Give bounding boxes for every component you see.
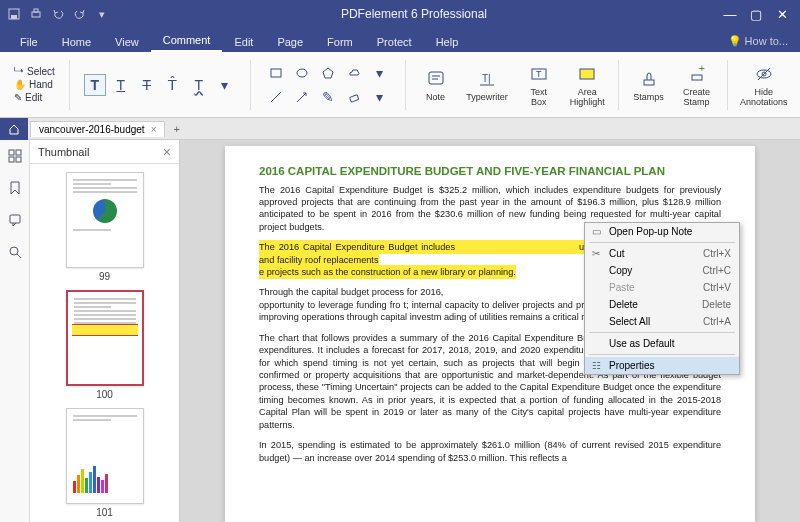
strikethrough-tool[interactable]: T	[136, 74, 158, 96]
svg-rect-17	[580, 69, 594, 79]
ctx-select-all[interactable]: Select AllCtrl+A	[585, 313, 739, 330]
squiggly-tool[interactable]: T	[188, 74, 210, 96]
menu-form[interactable]: Form	[315, 32, 365, 52]
thumbnail-101[interactable]: 101	[66, 408, 144, 518]
svg-rect-10	[429, 72, 443, 84]
minimize-button[interactable]: —	[718, 4, 742, 24]
pencil-tool-icon[interactable]: ✎	[317, 86, 339, 108]
menu-home[interactable]: Home	[50, 32, 103, 52]
svg-rect-3	[34, 9, 38, 12]
svg-rect-2	[32, 12, 40, 17]
thumbnail-panel-title: Thumbnail	[38, 146, 89, 158]
search-panel-icon[interactable]	[5, 242, 25, 262]
ctx-cut[interactable]: ✂CutCtrl+X	[585, 245, 739, 262]
tab-close-icon[interactable]: ×	[151, 124, 157, 135]
ctx-copy[interactable]: CopyCtrl+C	[585, 262, 739, 279]
app-title: PDFelement 6 Professional	[110, 7, 718, 21]
hide-annotations-button[interactable]: Hide Annotations	[735, 60, 792, 110]
menu-comment[interactable]: Comment	[151, 30, 223, 52]
add-tab-button[interactable]: +	[165, 123, 187, 135]
ctx-properties[interactable]: ☷Properties	[585, 357, 739, 374]
underline-tool[interactable]: T	[110, 74, 132, 96]
ctx-use-as-default[interactable]: Use as Default	[585, 335, 739, 352]
highlight-tool[interactable]: T	[84, 74, 106, 96]
tab-label: vancouver-2016-budget	[39, 124, 145, 135]
print-icon[interactable]	[28, 6, 44, 22]
ribbon: ⮡Select ✋Hand ✎Edit T T T T̂ T ▾ ▾ ✎ ▾	[0, 52, 800, 118]
svg-rect-26	[9, 157, 14, 162]
thumbnail-panel-icon[interactable]	[5, 146, 25, 166]
howto-link[interactable]: 💡 How to...	[716, 31, 800, 52]
text-dropdown[interactable]: ▾	[214, 74, 236, 96]
note-small-icon: ▭	[589, 226, 603, 237]
cursor-icon: ⮡	[14, 66, 24, 77]
maximize-button[interactable]: ▢	[744, 4, 768, 24]
shape-polygon-icon[interactable]	[317, 62, 339, 84]
select-tool[interactable]: ⮡Select	[14, 66, 55, 77]
textbox-icon: T	[527, 62, 551, 86]
typewriter-button[interactable]: T| Typewriter	[462, 65, 513, 105]
shape-dropdown[interactable]: ▾	[369, 62, 391, 84]
note-icon	[424, 67, 448, 91]
menu-edit[interactable]: Edit	[222, 32, 265, 52]
arrow-tool-icon[interactable]	[291, 86, 313, 108]
svg-rect-18	[644, 80, 654, 85]
titlebar: ▾ PDFelement 6 Professional — ▢ ✕	[0, 0, 800, 28]
svg-rect-19	[692, 75, 702, 80]
window-controls: — ▢ ✕	[718, 4, 794, 24]
paragraph: In 2015, spending is estimated to be app…	[259, 439, 721, 464]
menu-file[interactable]: File	[8, 32, 50, 52]
ctx-delete[interactable]: DeleteDelete	[585, 296, 739, 313]
svg-point-5	[297, 69, 307, 77]
caret-tool[interactable]: T̂	[162, 74, 184, 96]
document-view[interactable]: 2016 CAPITAL EXPENDITURE BUDGET AND FIVE…	[180, 140, 800, 522]
area-highlight-button[interactable]: Area Highlight	[565, 60, 610, 110]
typewriter-icon: T|	[475, 67, 499, 91]
undo-icon[interactable]	[50, 6, 66, 22]
line-dropdown[interactable]: ▾	[369, 86, 391, 108]
svg-rect-9	[349, 94, 358, 101]
menu-page[interactable]: Page	[265, 32, 315, 52]
thumbnail-panel-close-icon[interactable]: ×	[163, 144, 171, 160]
svg-rect-24	[9, 150, 14, 155]
document-tab[interactable]: vancouver-2016-budget ×	[30, 121, 165, 137]
ctx-paste[interactable]: PasteCtrl+V	[585, 279, 739, 296]
bar-chart-icon	[73, 463, 137, 493]
svg-text:+: +	[699, 64, 705, 74]
menu-protect[interactable]: Protect	[365, 32, 424, 52]
context-menu: ▭Open Pop-up Note ✂CutCtrl+X CopyCtrl+C …	[584, 222, 740, 375]
note-button[interactable]: Note	[414, 65, 458, 105]
svg-rect-27	[16, 157, 21, 162]
menubar: File Home View Comment Edit Page Form Pr…	[0, 28, 800, 52]
svg-text:T: T	[536, 69, 542, 79]
shape-rect-icon[interactable]	[265, 62, 287, 84]
create-stamp-button[interactable]: + Create Stamp	[675, 60, 719, 110]
ctx-open-popup-note[interactable]: ▭Open Pop-up Note	[585, 223, 739, 240]
save-icon[interactable]	[6, 6, 22, 22]
shape-oval-icon[interactable]	[291, 62, 313, 84]
menu-help[interactable]: Help	[424, 32, 471, 52]
home-tab-button[interactable]	[0, 118, 28, 140]
document-tabbar: vancouver-2016-budget × +	[0, 118, 800, 140]
qat-dropdown-icon[interactable]: ▾	[94, 6, 110, 22]
pie-chart-icon	[93, 199, 117, 223]
thumbnail-99[interactable]: 99	[66, 172, 144, 282]
eraser-tool-icon[interactable]	[343, 86, 365, 108]
svg-rect-1	[11, 15, 17, 19]
thumbnail-100[interactable]: 100	[66, 290, 144, 400]
eye-off-icon	[752, 62, 776, 86]
annotations-panel-icon[interactable]	[5, 210, 25, 230]
svg-text:T|: T|	[482, 73, 491, 84]
svg-line-8	[297, 93, 306, 102]
line-tool-icon[interactable]	[265, 86, 287, 108]
menu-view[interactable]: View	[103, 32, 151, 52]
workarea: Thumbnail × 99 100 101 2016 CAPITAL EXPE…	[0, 140, 800, 522]
textbox-button[interactable]: T Text Box	[516, 60, 560, 110]
bookmark-panel-icon[interactable]	[5, 178, 25, 198]
close-button[interactable]: ✕	[770, 4, 794, 24]
shape-cloud-icon[interactable]	[343, 62, 365, 84]
redo-icon[interactable]	[72, 6, 88, 22]
stamps-button[interactable]: Stamps	[627, 65, 671, 105]
hand-tool[interactable]: ✋Hand	[14, 79, 55, 90]
edit-tool[interactable]: ✎Edit	[14, 92, 55, 103]
